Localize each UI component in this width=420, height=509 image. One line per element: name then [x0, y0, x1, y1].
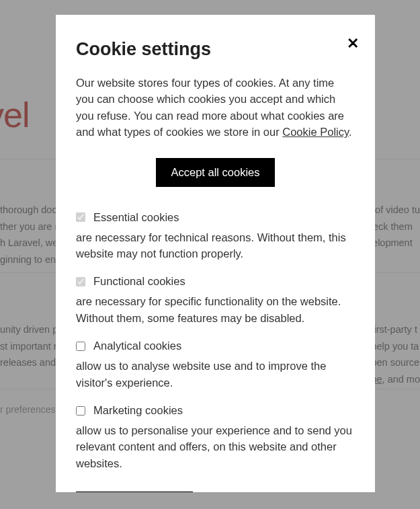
functional-description: are necessary for specific functionality… — [76, 293, 355, 326]
cookie-settings-modal: ✕ Cookie settings Our website stores fou… — [56, 15, 375, 492]
functional-label: Functional cookies — [93, 275, 185, 288]
cookie-option-analytical: Analytical cookies allow us to analyse w… — [76, 340, 355, 391]
save-selection-button[interactable]: Save my selection — [76, 492, 193, 492]
functional-checkbox — [76, 277, 85, 286]
close-button[interactable]: ✕ — [347, 36, 359, 51]
cookie-option-essential: Essential cookies are necessary for tech… — [76, 211, 355, 262]
essential-checkbox — [76, 212, 85, 222]
modal-title: Cookie settings — [76, 39, 355, 60]
close-icon: ✕ — [347, 35, 359, 52]
essential-description: are necessary for technical reasons. Wit… — [76, 229, 355, 262]
analytical-checkbox[interactable] — [76, 342, 85, 351]
essential-label: Essential cookies — [93, 211, 179, 224]
cookie-option-functional: Functional cookies are necessary for spe… — [76, 275, 355, 326]
analytical-description: allow us to analyse website use and to i… — [76, 358, 355, 391]
marketing-checkbox[interactable] — [76, 406, 85, 416]
analytical-label: Analytical cookies — [93, 340, 181, 352]
accept-all-button[interactable]: Accept all cookies — [156, 158, 274, 187]
cookie-policy-link[interactable]: Cookie Policy — [282, 126, 349, 138]
cookie-option-marketing: Marketing cookies allow us to personalis… — [76, 404, 355, 471]
marketing-label: Marketing cookies — [93, 404, 183, 417]
modal-intro-text: Our website stores four types of cookies… — [76, 75, 355, 141]
marketing-description: allow us to personalise your experience … — [76, 422, 355, 471]
